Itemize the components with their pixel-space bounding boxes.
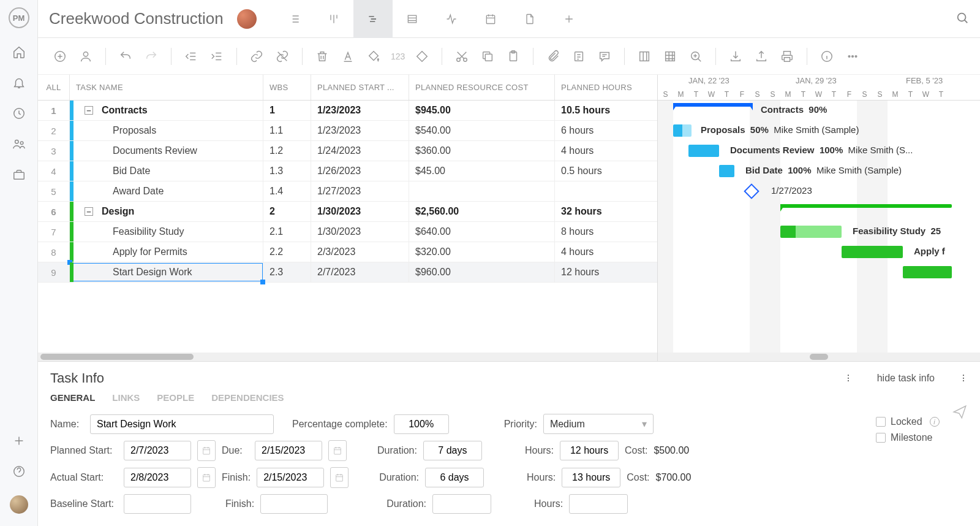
fill-icon[interactable] (365, 48, 382, 65)
gantt-bar[interactable] (780, 226, 842, 238)
task-name-cell[interactable]: Bid Date (70, 161, 263, 181)
pct-input[interactable] (394, 414, 449, 434)
people-icon[interactable] (12, 137, 26, 151)
text-color-icon[interactable] (339, 48, 356, 65)
zoom-icon[interactable] (687, 48, 704, 65)
table-row[interactable]: 6 −Design 2 1/30/2023 $2,560.00 32 hours (38, 202, 657, 222)
pstart-input[interactable] (124, 441, 191, 460)
export-icon[interactable] (753, 48, 770, 65)
import-icon[interactable] (727, 48, 744, 65)
assign-icon[interactable] (77, 48, 94, 65)
table-row[interactable]: 5 Award Date 1.4 1/27/2023 (38, 181, 657, 202)
tab-dependencies[interactable]: DEPENDENCIES (211, 392, 284, 403)
aduration-input[interactable] (425, 468, 484, 487)
collapse-icon[interactable]: − (85, 207, 93, 216)
attach-icon[interactable] (545, 48, 562, 65)
outdent-icon[interactable] (183, 48, 200, 65)
bell-icon[interactable] (12, 76, 26, 90)
calendar-icon[interactable] (197, 467, 216, 488)
table-row[interactable]: 9 Start Design Work 2.3 2/7/2023 $960.00… (38, 262, 657, 283)
table-row[interactable]: 7 Feasibility Study 2.1 1/30/2023 $640.0… (38, 222, 657, 242)
unlink-icon[interactable] (274, 48, 291, 65)
table-row[interactable]: 4 Bid Date 1.3 1/26/2023 $45.00 0.5 hour… (38, 161, 657, 181)
clock-icon[interactable] (12, 107, 26, 120)
view-gantt-icon[interactable] (353, 0, 393, 38)
gantt-hscroll[interactable] (658, 353, 980, 361)
project-avatar[interactable] (237, 9, 257, 29)
gantt-bar[interactable] (673, 124, 692, 137)
name-input[interactable] (90, 414, 274, 434)
cut-icon[interactable] (453, 48, 470, 65)
info-icon[interactable] (818, 48, 835, 65)
bfinish-input[interactable] (260, 494, 328, 514)
plus-icon[interactable] (12, 434, 26, 448)
task-name-cell[interactable]: Start Design Work (70, 262, 263, 282)
send-icon[interactable] (952, 404, 968, 422)
col-header-all[interactable]: ALL (38, 75, 70, 100)
tab-general[interactable]: GENERAL (50, 392, 95, 403)
tab-links[interactable]: LINKS (112, 392, 140, 403)
priority-select[interactable]: Medium▾ (543, 414, 654, 434)
col-header-cost[interactable]: PLANNED RESOURCE COST (409, 75, 555, 100)
indent-icon[interactable] (208, 48, 225, 65)
tab-people[interactable]: PEOPLE (157, 392, 194, 403)
undo-icon[interactable] (117, 48, 134, 65)
col-header-hours[interactable]: PLANNED HOURS (555, 75, 653, 100)
calendar-icon[interactable] (197, 440, 216, 461)
gantt-bar[interactable] (688, 145, 719, 157)
pduration-input[interactable] (423, 441, 482, 460)
view-calendar-icon[interactable] (471, 0, 510, 38)
more-icon[interactable] (844, 48, 861, 65)
task-name-cell[interactable]: Feasibility Study (70, 222, 263, 242)
finish-input[interactable] (257, 468, 324, 487)
phours-input[interactable] (560, 441, 619, 460)
milestone-checkbox[interactable]: Milestone (876, 432, 968, 443)
paste-icon[interactable] (505, 48, 522, 65)
milestone-diamond[interactable] (744, 183, 759, 199)
columns-icon[interactable] (636, 48, 653, 65)
app-logo[interactable]: PM (9, 7, 29, 28)
note-icon[interactable] (570, 48, 587, 65)
grid-hscroll[interactable] (38, 353, 657, 361)
hide-task-info-button[interactable]: ︙ hide task info ︙ (844, 373, 968, 384)
calendar-icon[interactable] (330, 467, 349, 488)
table-row[interactable]: 1 −Contracts 1 1/23/2023 $945.00 10.5 ho… (38, 101, 657, 121)
redo-icon[interactable] (143, 48, 160, 65)
view-list-icon[interactable] (275, 0, 314, 38)
gantt-bar[interactable] (673, 103, 753, 107)
user-avatar[interactable] (10, 495, 28, 514)
search-icon[interactable] (956, 11, 969, 27)
grid-icon[interactable] (662, 48, 679, 65)
calendar-icon[interactable] (328, 440, 347, 461)
task-name-cell[interactable]: −Design (70, 202, 263, 221)
view-board-icon[interactable] (314, 0, 353, 38)
print-icon[interactable] (778, 48, 796, 65)
view-add-icon[interactable] (549, 0, 589, 38)
bduration-input[interactable] (432, 494, 491, 514)
ahours-input[interactable] (562, 468, 620, 487)
task-name-cell[interactable]: Apply for Permits (70, 242, 263, 262)
astart-input[interactable] (124, 468, 191, 487)
table-row[interactable]: 3 Documents Review 1.2 1/24/2023 $360.00… (38, 141, 657, 161)
view-activity-icon[interactable] (432, 0, 471, 38)
help-icon[interactable] (12, 465, 26, 478)
link-icon[interactable] (248, 48, 265, 65)
col-header-start[interactable]: PLANNED START ... (311, 75, 409, 100)
task-name-cell[interactable]: Proposals (70, 121, 263, 140)
view-table-icon[interactable] (393, 0, 432, 38)
home-icon[interactable] (12, 45, 26, 59)
gantt-bar[interactable] (903, 266, 952, 278)
task-name-cell[interactable]: −Contracts (70, 101, 263, 120)
briefcase-icon[interactable] (12, 168, 26, 181)
task-name-cell[interactable]: Award Date (70, 181, 263, 201)
collapse-icon[interactable]: − (85, 106, 93, 115)
view-file-icon[interactable] (510, 0, 549, 38)
copy-icon[interactable] (479, 48, 496, 65)
delete-icon[interactable] (314, 48, 331, 65)
table-row[interactable]: 8 Apply for Permits 2.2 2/3/2023 $320.00… (38, 242, 657, 262)
add-task-icon[interactable] (51, 48, 69, 65)
table-row[interactable]: 2 Proposals 1.1 1/23/2023 $540.00 6 hour… (38, 121, 657, 141)
milestone-icon[interactable] (413, 48, 431, 65)
col-header-task[interactable]: TASK NAME (70, 75, 263, 100)
col-header-wbs[interactable]: WBS (263, 75, 311, 100)
